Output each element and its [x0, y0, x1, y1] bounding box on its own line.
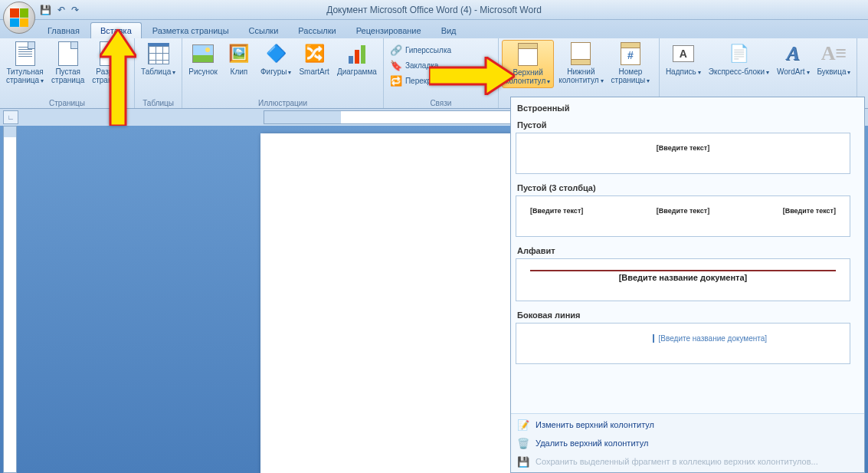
placeholder-text: [Введите название документа]	[530, 270, 836, 282]
gallery-item-name: Пустой	[516, 116, 850, 131]
page-icon	[58, 41, 78, 66]
header-gallery-dropdown: Встроенный Пустой [Введите текст] Пустой…	[510, 97, 865, 473]
placeholder-text: [Введите текст]	[657, 207, 709, 215]
gallery-item-blank-3col[interactable]: [Введите текст] [Введите текст] [Введите…	[516, 195, 850, 237]
quickparts-icon: 📄	[726, 41, 751, 66]
shapes-button[interactable]: 🔷Фигуры	[257, 40, 294, 78]
placeholder-text: [Введите текст]	[530, 144, 836, 152]
group-label: Связи	[384, 98, 498, 108]
dropcap-icon: A≡	[821, 42, 847, 65]
gallery-item-name: Боковая линия	[516, 306, 850, 321]
tab-mailings[interactable]: Рассылки	[289, 23, 345, 38]
smartart-button[interactable]: 🔀SmartArt	[296, 40, 332, 77]
bookmark-icon: 🔖	[390, 59, 402, 71]
gallery-scroll[interactable]: Встроенный Пустой [Введите текст] Пустой…	[511, 97, 864, 413]
group-illustrations: Рисунок 🖼️Клип 🔷Фигуры 🔀SmartArt Диаграм…	[182, 38, 384, 108]
page-icon	[15, 41, 35, 66]
tab-page-layout[interactable]: Разметка страницы	[143, 23, 238, 38]
picture-icon	[192, 44, 214, 63]
gallery-footer: 📝Изменить верхний колонтитул 🗑️Удалить в…	[511, 413, 864, 472]
footer-icon	[571, 42, 591, 65]
undo-icon[interactable]: ↶	[57, 5, 65, 15]
clipart-icon: 🖼️	[227, 41, 251, 66]
table-icon	[148, 43, 169, 64]
clipart-button[interactable]: 🖼️Клип	[222, 40, 256, 77]
save-header-command: 💾Сохранить выделенный фрагмент в коллекц…	[511, 452, 864, 471]
footer-button[interactable]: Нижний колонтитул	[555, 40, 606, 87]
gallery-section-label: Встроенный	[516, 100, 850, 116]
shapes-icon: 🔷	[264, 41, 288, 66]
edit-icon: 📝	[517, 419, 529, 431]
textbox-button[interactable]: AНадпись	[663, 40, 704, 78]
gallery-item-alphabet[interactable]: [Введите название документа]	[516, 258, 850, 301]
annotation-arrow-tab	[100, 29, 136, 126]
remove-header-command[interactable]: 🗑️Удалить верхний колонтитул	[511, 434, 864, 452]
wordart-icon: A	[787, 42, 800, 65]
gallery-item-name: Пустой (3 столбца)	[516, 179, 850, 194]
header-icon	[518, 43, 538, 66]
save-icon[interactable]: 💾	[40, 5, 51, 15]
table-button[interactable]: Таблица	[138, 40, 179, 78]
dropcap-button[interactable]: A≡Буквица	[814, 40, 854, 78]
document-page[interactable]	[260, 133, 552, 473]
window-title: Документ Microsoft Office Word (4) - Mic…	[326, 5, 542, 15]
crossref-icon: 🔁	[390, 74, 402, 87]
group-tables: Таблица Таблицы	[135, 38, 182, 108]
quickparts-button[interactable]: 📄Экспресс-блоки	[706, 40, 772, 78]
page-number-icon	[621, 42, 640, 65]
hyperlink-button[interactable]: 🔗Гиперссылка	[387, 43, 454, 57]
gallery-item-name: Алфавит	[516, 241, 850, 257]
gallery-item-sideline[interactable]: [Введите название документа]	[516, 323, 850, 364]
office-button[interactable]	[3, 2, 35, 34]
wordart-button[interactable]: AWordArt	[774, 40, 813, 78]
redo-icon[interactable]: ↷	[71, 5, 79, 15]
quick-access-toolbar: 💾 ↶ ↷	[40, 5, 79, 15]
picture-button[interactable]: Рисунок	[185, 40, 221, 77]
chart-icon	[349, 44, 365, 64]
group-label: Иллюстрации	[182, 98, 383, 108]
tab-references[interactable]: Ссылки	[240, 23, 288, 38]
save-selection-icon: 💾	[517, 455, 529, 468]
tab-review[interactable]: Рецензирование	[347, 23, 431, 38]
placeholder-text: [Введите текст]	[530, 207, 583, 215]
title-bar: 💾 ↶ ↷ Документ Microsoft Office Word (4)…	[0, 0, 868, 20]
edit-header-command[interactable]: 📝Изменить верхний колонтитул	[511, 416, 864, 434]
hyperlink-icon: 🔗	[390, 44, 402, 56]
group-label: Таблицы	[135, 98, 182, 108]
annotation-arrow-header	[429, 57, 515, 95]
placeholder-text: [Введите название документа]	[653, 334, 836, 343]
smartart-icon: 🔀	[302, 41, 326, 66]
office-logo-icon	[10, 8, 28, 27]
tab-view[interactable]: Вид	[432, 23, 466, 38]
blank-page-button[interactable]: Пустая страница	[48, 40, 87, 86]
tab-selector[interactable]: ∟	[3, 110, 18, 124]
horizontal-ruler[interactable]	[264, 110, 524, 124]
delete-icon: 🗑️	[517, 437, 529, 449]
tab-home[interactable]: Главная	[38, 23, 89, 38]
page-number-button[interactable]: Номер страницы	[608, 40, 653, 87]
gallery-item-blank[interactable]: [Введите текст]	[516, 133, 850, 174]
cover-page-button[interactable]: Титульная страница	[3, 40, 47, 87]
textbox-icon: A	[673, 45, 694, 62]
chart-button[interactable]: Диаграмма	[334, 40, 380, 77]
vertical-ruler[interactable]	[3, 126, 17, 473]
placeholder-text: [Введите текст]	[783, 207, 836, 215]
